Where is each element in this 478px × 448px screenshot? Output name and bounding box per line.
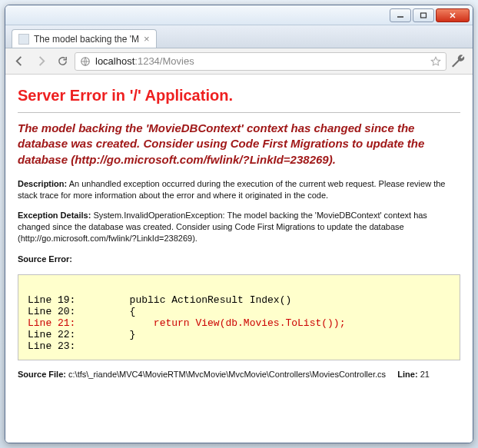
close-window-button[interactable]	[436, 8, 470, 22]
error-title: Server Error in '/' Application.	[18, 87, 460, 105]
reload-icon	[57, 55, 68, 67]
minimize-button[interactable]	[390, 8, 411, 22]
url-host: localhost	[95, 55, 134, 67]
source-file-label: Source File:	[18, 370, 66, 379]
line-label: Line:	[397, 370, 417, 379]
back-button[interactable]	[10, 52, 28, 71]
code-after: Line 22: } Line 23:	[28, 329, 135, 352]
source-file-line: Source File: c:\tfs\_riande\MVC4\MovieRT…	[18, 370, 460, 379]
line-number: 21	[420, 370, 430, 379]
forward-button[interactable]	[32, 52, 50, 71]
reload-button[interactable]	[53, 52, 71, 71]
tab-close-button[interactable]: ×	[144, 33, 150, 45]
page-content: Server Error in '/' Application. The mod…	[5, 75, 473, 443]
divider	[18, 112, 460, 113]
nav-toolbar: localhost:1234/Movies	[5, 48, 473, 75]
error-subtitle: The model backing the 'MovieDBContext' c…	[18, 121, 460, 168]
svg-rect-1	[421, 13, 427, 18]
description-block: Description: An unhandled exception occu…	[18, 178, 460, 201]
maximize-button[interactable]	[413, 8, 434, 22]
globe-icon	[80, 56, 91, 67]
address-bar[interactable]: localhost:1234/Movies	[75, 52, 446, 71]
window-titlebar	[5, 5, 473, 25]
maximize-icon	[420, 12, 427, 19]
minimize-icon	[397, 12, 404, 19]
description-text: An unhandled exception occurred during t…	[18, 179, 445, 200]
browser-tab[interactable]: The model backing the 'M ×	[12, 29, 157, 48]
close-icon	[449, 12, 456, 19]
wrench-icon	[450, 52, 468, 71]
page-favicon	[18, 34, 29, 45]
exception-details-block: Exception Details: System.InvalidOperati…	[18, 210, 460, 244]
code-highlight-line: Line 21: return View(db.Movies.ToList())…	[28, 317, 345, 329]
source-code-box: Line 19: public ActionResult Index() Lin…	[18, 274, 460, 360]
tab-bar: The model backing the 'M ×	[5, 25, 473, 48]
exception-details-label: Exception Details:	[18, 211, 91, 220]
arrow-left-icon	[14, 55, 25, 67]
browser-window: The model backing the 'M × localhost:123…	[5, 5, 473, 443]
arrow-right-icon	[35, 55, 47, 67]
url-text: localhost:1234/Movies	[95, 55, 194, 67]
url-rest: :1234/Movies	[134, 55, 194, 67]
tab-title: The model backing the 'M	[34, 34, 139, 45]
source-file-path: c:\tfs\_riande\MVC4\MovieRTM\MvcMovie\Mv…	[68, 370, 386, 379]
source-error-block: Source Error:	[18, 254, 460, 265]
bookmark-star-icon[interactable]	[430, 56, 441, 67]
description-label: Description:	[18, 179, 67, 188]
settings-button[interactable]	[450, 52, 468, 71]
code-before: Line 19: public ActionResult Index() Lin…	[28, 294, 291, 317]
source-error-label: Source Error:	[18, 254, 72, 264]
